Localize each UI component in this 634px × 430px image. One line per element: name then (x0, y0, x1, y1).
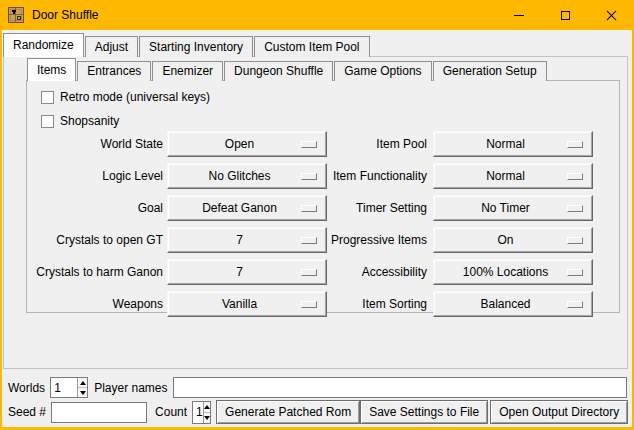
maximize-button[interactable] (542, 0, 588, 30)
crystals-ganon-value: 7 (168, 265, 301, 279)
window-controls (496, 0, 634, 30)
goal-value: Defeat Ganon (168, 201, 301, 215)
crystals-gt-label: Crystals to open GT (31, 233, 163, 247)
dropdown-indicator-icon (567, 141, 583, 148)
generate-patched-rom-button[interactable]: Generate Patched Rom (216, 400, 360, 424)
main-tab-bar: Randomize Adjust Starting Inventory Cust… (3, 33, 371, 57)
subtab-dungeon-shuffle[interactable]: Dungeon Shuffle (224, 61, 333, 81)
item-sorting-row: Item Sorting Balanced (319, 291, 593, 317)
world-state-row: World State Open (31, 131, 327, 157)
timer-setting-row: Timer Setting No Timer (319, 195, 593, 221)
worlds-spinner[interactable] (50, 377, 88, 398)
shopsanity-label: Shopsanity (60, 114, 119, 128)
accessibility-value: 100% Locations (434, 265, 567, 279)
item-functionality-dropdown[interactable]: Normal (433, 163, 593, 189)
dropdown-indicator-icon (301, 173, 317, 180)
item-pool-dropdown[interactable]: Normal (433, 131, 593, 157)
count-label: Count (155, 405, 187, 419)
subtab-enemizer[interactable]: Enemizer (152, 61, 223, 81)
left-options-column: World State Open Logic Level No Glitches… (31, 131, 327, 323)
world-state-dropdown[interactable]: Open (167, 131, 327, 157)
crystals-ganon-row: Crystals to harm Ganon 7 (31, 259, 327, 285)
logic-level-dropdown[interactable]: No Glitches (167, 163, 327, 189)
goal-dropdown[interactable]: Defeat Ganon (167, 195, 327, 221)
weapons-row: Weapons Vanilla (31, 291, 327, 317)
items-tab-pane: Retro mode (universal keys) Shopsanity W… (26, 80, 620, 313)
dropdown-indicator-icon (567, 205, 583, 212)
shopsanity-checkbox[interactable] (41, 115, 54, 128)
item-pool-label: Item Pool (319, 137, 427, 151)
progressive-items-row: Progressive Items On (319, 227, 593, 253)
crystals-gt-value: 7 (168, 233, 301, 247)
item-sorting-dropdown[interactable]: Balanced (433, 291, 593, 317)
player-names-input[interactable] (173, 377, 628, 398)
crystals-ganon-dropdown[interactable]: 7 (167, 259, 327, 285)
tab-starting-inventory[interactable]: Starting Inventory (139, 36, 253, 57)
shopsanity-row: Shopsanity (41, 113, 119, 129)
app-icon (8, 7, 24, 23)
title-bar[interactable]: Door Shuffle (0, 0, 634, 30)
weapons-label: Weapons (31, 297, 163, 311)
goal-row: Goal Defeat Ganon (31, 195, 327, 221)
dropdown-indicator-icon (301, 141, 317, 148)
up-arrow-icon[interactable] (204, 402, 210, 413)
dropdown-indicator-icon (567, 269, 583, 276)
dropdown-indicator-icon (301, 205, 317, 212)
world-state-value: Open (168, 137, 301, 151)
subtab-generation-setup[interactable]: Generation Setup (433, 61, 547, 81)
timer-setting-value: No Timer (434, 201, 567, 215)
seed-row: Seed # Count Generate Patched Rom Save S… (8, 400, 627, 424)
player-names-label: Player names (94, 381, 167, 395)
seed-input[interactable] (51, 402, 147, 423)
logic-level-row: Logic Level No Glitches (31, 163, 327, 189)
subtab-entrances[interactable]: Entrances (77, 61, 151, 81)
save-settings-button[interactable]: Save Settings to File (360, 400, 488, 424)
sub-tab-bar: Items Entrances Enemizer Dungeon Shuffle… (27, 58, 548, 81)
worlds-label: Worlds (8, 381, 45, 395)
tab-adjust[interactable]: Adjust (85, 36, 138, 57)
down-arrow-icon[interactable] (78, 388, 87, 397)
item-functionality-row: Item Functionality Normal (319, 163, 593, 189)
item-functionality-label: Item Functionality (319, 169, 427, 183)
worlds-spinner-arrows (77, 378, 87, 397)
up-arrow-icon[interactable] (78, 378, 87, 388)
weapons-value: Vanilla (168, 297, 301, 311)
close-button[interactable] (588, 0, 634, 30)
seed-label: Seed # (8, 405, 46, 419)
dropdown-indicator-icon (301, 237, 317, 244)
down-arrow-icon[interactable] (204, 413, 210, 423)
progressive-items-label: Progressive Items (319, 233, 427, 247)
crystals-gt-dropdown[interactable]: 7 (167, 227, 327, 253)
logic-level-label: Logic Level (31, 169, 163, 183)
retro-mode-checkbox[interactable] (41, 91, 54, 104)
dropdown-indicator-icon (567, 173, 583, 180)
tab-custom-item-pool[interactable]: Custom Item Pool (254, 36, 369, 57)
count-spinner-arrows (203, 402, 210, 423)
item-pool-row: Item Pool Normal (319, 131, 593, 157)
progressive-items-dropdown[interactable]: On (433, 227, 593, 253)
weapons-dropdown[interactable]: Vanilla (167, 291, 327, 317)
worlds-row: Worlds Player names (8, 377, 627, 398)
subtab-items[interactable]: Items (27, 58, 76, 81)
open-output-directory-button[interactable]: Open Output Directory (490, 400, 628, 424)
window-title: Door Shuffle (32, 8, 99, 22)
progressive-items-value: On (434, 233, 567, 247)
item-sorting-label: Item Sorting (319, 297, 427, 311)
accessibility-row: Accessibility 100% Locations (319, 259, 593, 285)
world-state-label: World State (31, 137, 163, 151)
crystals-gt-row: Crystals to open GT 7 (31, 227, 327, 253)
worlds-input[interactable] (51, 378, 77, 397)
count-input[interactable] (193, 402, 203, 423)
maximize-icon (561, 11, 570, 20)
accessibility-dropdown[interactable]: 100% Locations (433, 259, 593, 285)
subtab-game-options[interactable]: Game Options (334, 61, 431, 81)
timer-setting-dropdown[interactable]: No Timer (433, 195, 593, 221)
count-spinner[interactable] (192, 401, 211, 424)
goal-label: Goal (31, 201, 163, 215)
tab-randomize[interactable]: Randomize (3, 33, 84, 57)
item-functionality-value: Normal (434, 169, 567, 183)
accessibility-label: Accessibility (319, 265, 427, 279)
retro-mode-row: Retro mode (universal keys) (41, 89, 210, 105)
minimize-button[interactable] (496, 0, 542, 30)
door-shuffle-window: Door Shuffle Randomize Adjust Starting I… (0, 0, 634, 430)
